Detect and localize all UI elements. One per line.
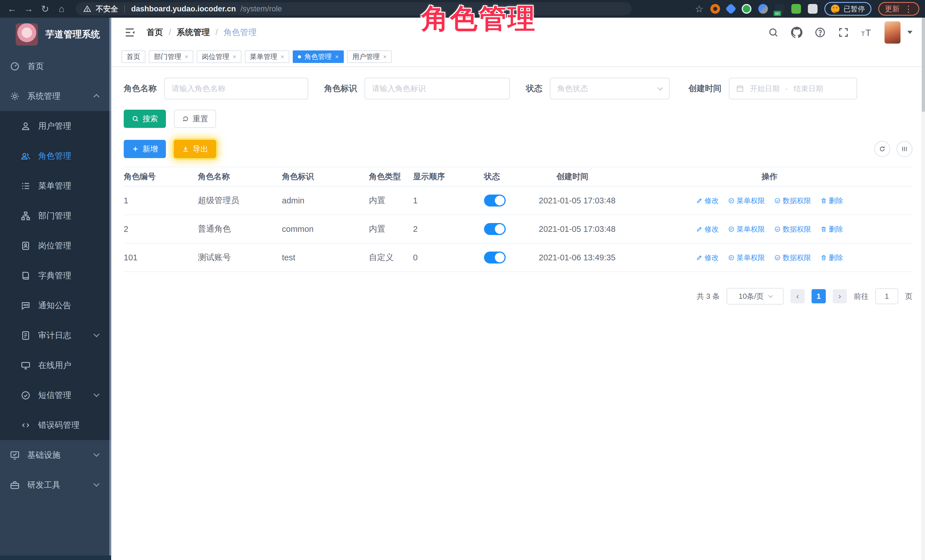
status-toggle[interactable] <box>484 223 506 235</box>
create-time-range-picker[interactable]: 开始日期 - 结束日期 <box>729 78 857 99</box>
action-data-perm[interactable]: 数据权限 <box>774 253 811 262</box>
table-header-cell: 创建时间 <box>531 171 665 182</box>
action-delete[interactable]: 删除 <box>820 224 843 234</box>
tab-5[interactable]: 用户管理× <box>347 50 392 63</box>
goto-page-input[interactable] <box>875 288 898 304</box>
sidebar-item-9[interactable]: 审计日志 <box>0 320 111 350</box>
sidebar-item-14[interactable]: 研发工具 <box>0 470 111 500</box>
breadcrumb-home[interactable]: 首页 <box>146 27 163 38</box>
browser-forward-button[interactable] <box>22 3 35 15</box>
close-tab-icon[interactable]: × <box>185 53 188 60</box>
font-size-icon[interactable]: TT <box>861 27 872 38</box>
sidebar-item-2[interactable]: 用户管理 <box>0 111 111 141</box>
search-button-row: 搜索 重置 <box>124 110 913 128</box>
app-window: 芋道管理系统 首页系统管理用户管理角色管理菜单管理部门管理岗位管理字典管理通知公… <box>0 18 925 560</box>
browser-update-button[interactable]: 更新 <box>878 2 919 16</box>
tab-2[interactable]: 岗位管理× <box>197 50 241 63</box>
close-tab-icon[interactable]: × <box>281 53 284 60</box>
sidebar-item-label: 字典管理 <box>38 270 71 281</box>
sidebar-logo-row[interactable]: 芋道管理系统 <box>0 18 111 51</box>
table-refresh-button[interactable] <box>874 141 890 157</box>
sidebar-item-6[interactable]: 岗位管理 <box>0 231 111 261</box>
browser-menu-icon[interactable] <box>904 4 913 14</box>
action-edit[interactable]: 修改 <box>696 196 719 206</box>
extension-icon-4[interactable] <box>758 4 768 14</box>
sidebar-item-12[interactable]: 错误码管理 <box>0 410 111 440</box>
extension-icon-5[interactable]: on <box>775 4 785 14</box>
sidebar-item-13[interactable]: 基础设施 <box>0 440 111 470</box>
action-menu-perm[interactable]: 菜单权限 <box>728 253 765 262</box>
tab-3[interactable]: 菜单管理× <box>245 50 289 63</box>
profile-paused-pill[interactable]: 已暂停 <box>824 2 871 16</box>
role-name-input[interactable] <box>164 78 308 99</box>
export-button[interactable]: 导出 <box>174 140 216 158</box>
action-edit[interactable]: 修改 <box>696 253 719 262</box>
menu-perm-icon <box>728 197 735 204</box>
extension-icon-2[interactable] <box>725 3 737 15</box>
status-toggle[interactable] <box>484 195 506 207</box>
next-page-button[interactable]: › <box>833 289 847 303</box>
sidebar-item-0[interactable]: 首页 <box>0 51 111 81</box>
sidebar-item-5[interactable]: 部门管理 <box>0 201 111 231</box>
role-key-input[interactable] <box>365 78 510 99</box>
sidebar-item-8[interactable]: 通知公告 <box>0 291 111 320</box>
sms-icon <box>21 390 31 401</box>
browser-back-button[interactable] <box>6 3 18 15</box>
extensions-puzzle-icon[interactable] <box>808 4 818 14</box>
browser-home-button[interactable] <box>55 3 68 15</box>
address-bar[interactable]: 不安全 dashboard.yudao.iocoder.cn /system/r… <box>76 2 632 15</box>
action-data-perm[interactable]: 数据权限 <box>774 196 811 206</box>
cell-status <box>475 195 531 207</box>
avatar-dropdown-icon[interactable] <box>907 31 913 34</box>
reset-button[interactable]: 重置 <box>174 110 216 128</box>
tab-4[interactable]: 角色管理× <box>293 50 344 63</box>
current-page-button[interactable]: 1 <box>812 289 826 303</box>
status-select[interactable]: 角色状态 <box>550 78 670 99</box>
action-data-perm[interactable]: 数据权限 <box>774 224 811 234</box>
sidebar-item-1[interactable]: 系统管理 <box>0 81 111 111</box>
user-avatar[interactable] <box>884 21 901 44</box>
action-delete[interactable]: 删除 <box>820 253 843 262</box>
help-icon[interactable] <box>814 27 826 38</box>
breadcrumb: 首页 / 系统管理 / 角色管理 <box>146 27 256 38</box>
collapse-sidebar-icon[interactable] <box>124 27 136 39</box>
action-menu-perm[interactable]: 菜单权限 <box>728 196 765 206</box>
bookmark-star-icon[interactable] <box>695 3 704 15</box>
tab-label: 首页 <box>127 52 140 61</box>
action-label: 删除 <box>829 253 843 262</box>
sidebar-item-4[interactable]: 菜单管理 <box>0 171 111 201</box>
page-size-select[interactable]: 10条/页 <box>727 288 783 305</box>
search-button[interactable]: 搜索 <box>124 110 166 128</box>
status-toggle[interactable] <box>484 252 506 263</box>
tab-1[interactable]: 部门管理× <box>149 50 193 63</box>
sidebar-menu: 首页系统管理用户管理角色管理菜单管理部门管理岗位管理字典管理通知公告审计日志在线… <box>0 51 111 500</box>
sidebar-item-7[interactable]: 字典管理 <box>0 261 111 291</box>
action-edit[interactable]: 修改 <box>696 224 719 234</box>
search-icon[interactable] <box>768 27 779 38</box>
page-scrollbar-thumb[interactable] <box>922 18 925 112</box>
extension-icon-3[interactable] <box>742 4 752 14</box>
breadcrumb-separator: / <box>215 28 218 37</box>
sidebar-item-3[interactable]: 角色管理 <box>0 141 111 171</box>
close-tab-icon[interactable]: × <box>383 53 387 60</box>
action-menu-perm[interactable]: 菜单权限 <box>728 224 765 234</box>
tab-label: 用户管理 <box>353 52 380 61</box>
browser-reload-button[interactable] <box>39 3 51 15</box>
prev-page-button[interactable]: ‹ <box>791 289 805 303</box>
close-tab-icon[interactable]: × <box>233 53 236 60</box>
github-icon[interactable] <box>791 27 802 38</box>
sidebar-scrollbar[interactable] <box>110 18 111 560</box>
extension-icon-1[interactable] <box>710 4 720 14</box>
breadcrumb-system[interactable]: 系统管理 <box>177 27 210 38</box>
sidebar-item-10[interactable]: 在线用户 <box>0 350 111 380</box>
extension-icon-6[interactable] <box>791 4 801 14</box>
add-button[interactable]: 新增 <box>124 140 166 158</box>
sidebar-item-11[interactable]: 短信管理 <box>0 380 111 410</box>
action-delete[interactable]: 删除 <box>820 196 843 206</box>
table-columns-button[interactable] <box>896 141 913 157</box>
close-tab-icon[interactable]: × <box>335 53 339 60</box>
fullscreen-icon[interactable] <box>838 27 849 38</box>
tab-0[interactable]: 首页 <box>121 50 145 63</box>
online-icon <box>21 360 31 371</box>
svg-text:T: T <box>865 27 871 38</box>
